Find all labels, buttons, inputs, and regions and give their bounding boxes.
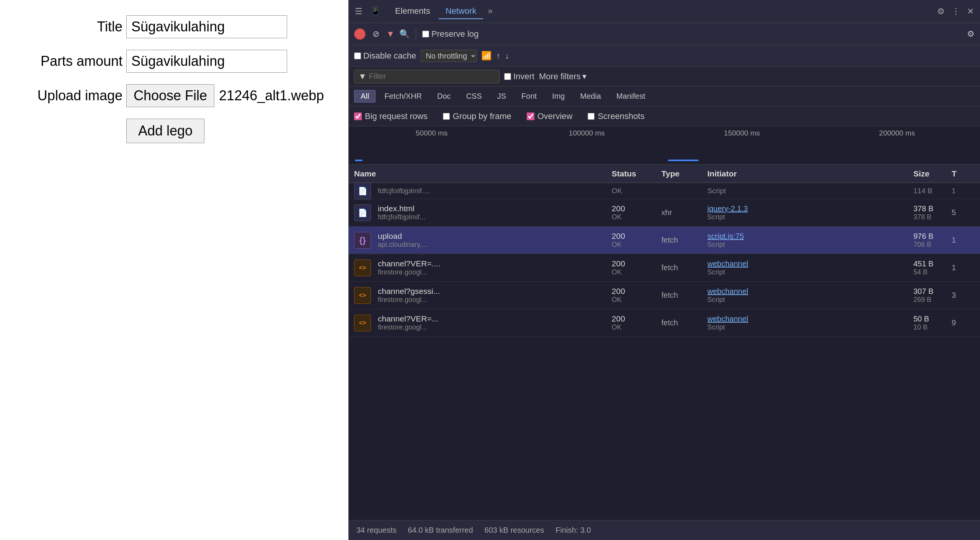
fetch-icon: <> xyxy=(354,259,371,276)
filter-input[interactable] xyxy=(369,72,495,81)
initiator-link[interactable]: webchannel xyxy=(707,287,913,296)
tab-elements[interactable]: Elements xyxy=(388,4,437,19)
parts-row: Parts amount xyxy=(8,50,341,73)
invert-option[interactable]: Invert xyxy=(504,72,534,82)
filter-funnel-icon: ▼ xyxy=(358,72,367,82)
timeline-bar-1 xyxy=(355,160,363,161)
group-by-frame-checkbox[interactable] xyxy=(443,113,450,120)
disable-cache-option[interactable]: Disable cache xyxy=(354,51,416,61)
record-button[interactable] xyxy=(354,28,366,40)
big-request-rows-checkbox[interactable] xyxy=(354,113,362,120)
filter-type-css[interactable]: CSS xyxy=(460,90,488,103)
throttle-select[interactable]: No throttling xyxy=(421,50,477,62)
col-header-time[interactable]: T xyxy=(952,169,975,178)
filter-type-doc[interactable]: Doc xyxy=(431,90,457,103)
filter-types-bar: All Fetch/XHR Doc CSS JS Font Img Media … xyxy=(349,86,980,106)
filter-bar: ▼ Invert More filters ▾ xyxy=(349,67,980,86)
settings-gear-icon[interactable]: ⚙ xyxy=(937,7,945,16)
title-row: Title xyxy=(8,15,341,38)
parts-label: Parts amount xyxy=(27,53,122,69)
timeline-label-100k: 100000 ms xyxy=(509,129,664,137)
preserve-log-checkbox[interactable] xyxy=(422,31,429,38)
row-size: 50 B 10 B xyxy=(913,315,952,331)
separator1 xyxy=(416,28,416,40)
upload-icon[interactable]: ↑ xyxy=(496,51,500,61)
initiator-link[interactable]: script.js:75 xyxy=(707,232,913,241)
initiator-link[interactable]: jquery-2.1.3 xyxy=(707,204,913,213)
file-upload-container: Choose File 21246_alt1.webp xyxy=(126,84,328,107)
table-row[interactable]: {} upload api.cloudinary.... 200 OK fetc… xyxy=(349,227,980,254)
preserve-log-option[interactable]: Preserve log xyxy=(422,29,479,39)
screenshots-checkbox[interactable] xyxy=(588,113,595,120)
row-size: 378 B 378 B xyxy=(913,204,952,221)
filter-type-font[interactable]: Font xyxy=(515,90,543,103)
table-row[interactable]: <> channel?VER=.... firestore.googl... 2… xyxy=(349,254,980,282)
filter-type-media[interactable]: Media xyxy=(573,90,607,103)
col-header-status[interactable]: Status xyxy=(612,169,662,178)
add-lego-button[interactable]: Add lego xyxy=(126,119,204,143)
filter-type-js[interactable]: JS xyxy=(491,90,513,103)
table-row[interactable]: 📄 index.html fdfcjfoifbjplmif... 200 OK … xyxy=(349,199,980,227)
row-initiator: script.js:75 Script xyxy=(707,232,913,249)
resources-size: 603 kB resources xyxy=(485,526,544,535)
row-type: fetch xyxy=(662,236,707,245)
title-input[interactable] xyxy=(126,15,287,38)
filter-type-all[interactable]: All xyxy=(354,90,376,103)
overview-option[interactable]: Overview xyxy=(527,111,573,121)
wifi-icon: 📶 xyxy=(481,51,492,61)
row-initiator-truncated: Script xyxy=(707,187,913,195)
group-by-frame-option[interactable]: Group by frame xyxy=(443,111,511,121)
col-header-size[interactable]: Size xyxy=(913,169,952,178)
col-header-type[interactable]: Type xyxy=(662,169,707,178)
filter-type-img[interactable]: Img xyxy=(546,90,571,103)
file-name-display: 21246_alt1.webp xyxy=(214,85,328,107)
table-row[interactable]: <> channel?gsessi... firestore.googl... … xyxy=(349,282,980,309)
row-initiator: webchannel Script xyxy=(707,287,913,304)
initiator-link[interactable]: webchannel xyxy=(707,315,913,323)
row-name-truncated: fdfcjfoifbjplmif.... xyxy=(378,187,430,195)
row-primary-name: channel?VER=.... xyxy=(378,259,441,268)
big-request-rows-option[interactable]: Big request rows xyxy=(354,111,428,121)
tab-more-icon[interactable]: » xyxy=(485,4,495,19)
download-icon[interactable]: ↓ xyxy=(505,51,509,61)
row-time: 5 xyxy=(952,208,975,217)
row-status: 200 OK xyxy=(612,314,662,331)
parts-input[interactable] xyxy=(126,50,287,73)
cursor-icon[interactable]: ☰ xyxy=(355,7,363,16)
search-icon[interactable]: 🔍 xyxy=(399,29,410,39)
invert-checkbox[interactable] xyxy=(504,73,511,80)
table-header: Name Status Type Initiator Size T xyxy=(349,165,980,183)
row-primary-name: index.html xyxy=(378,204,425,213)
row-primary-name: channel?VER=... xyxy=(378,314,438,323)
row-secondary-name: firestore.googl... xyxy=(378,296,440,304)
more-filters-button[interactable]: More filters ▾ xyxy=(539,72,586,82)
filter-type-fetchxhr[interactable]: Fetch/XHR xyxy=(378,90,428,103)
device-icon[interactable]: 📱 xyxy=(370,7,381,16)
filter-type-manifest[interactable]: Manifest xyxy=(610,90,652,103)
filter-icon[interactable]: ▼ xyxy=(386,29,395,39)
close-icon[interactable]: ✕ xyxy=(967,7,974,16)
add-lego-row: Add lego xyxy=(8,119,204,143)
tab-network[interactable]: Network xyxy=(439,4,483,19)
fetch-icon: <> xyxy=(354,287,371,304)
disable-cache-checkbox[interactable] xyxy=(354,52,361,59)
row-name-cell: <> channel?gsessi... firestore.googl... xyxy=(354,287,612,304)
col-header-name[interactable]: Name xyxy=(354,169,612,178)
col-header-initiator[interactable]: Initiator xyxy=(707,169,913,178)
more-menu-icon[interactable]: ⋮ xyxy=(952,7,960,16)
timeline-area: 50000 ms 100000 ms 150000 ms 200000 ms xyxy=(349,126,980,165)
timeline-label-200k: 200000 ms xyxy=(820,129,975,137)
network-toolbar2: Disable cache No throttling 📶 ↑ ↓ xyxy=(349,45,980,67)
initiator-link[interactable]: webchannel xyxy=(707,259,913,268)
clear-button[interactable]: ⊘ xyxy=(370,29,382,39)
choose-file-button[interactable]: Choose File xyxy=(126,84,214,107)
row-time: 3 xyxy=(952,291,975,300)
overview-checkbox[interactable] xyxy=(527,113,534,120)
settings-icon[interactable]: ⚙ xyxy=(967,29,975,39)
timeline-bar-2 xyxy=(668,160,699,161)
screenshots-option[interactable]: Screenshots xyxy=(588,111,644,121)
table-row[interactable]: <> channel?VER=... firestore.googl... 20… xyxy=(349,309,980,337)
table-row-truncated[interactable]: 📄 fdfcjfoifbjplmif.... OK Script 114 B 1 xyxy=(349,183,980,199)
requests-count: 34 requests xyxy=(356,526,397,535)
preserve-log-label: Preserve log xyxy=(431,29,479,39)
